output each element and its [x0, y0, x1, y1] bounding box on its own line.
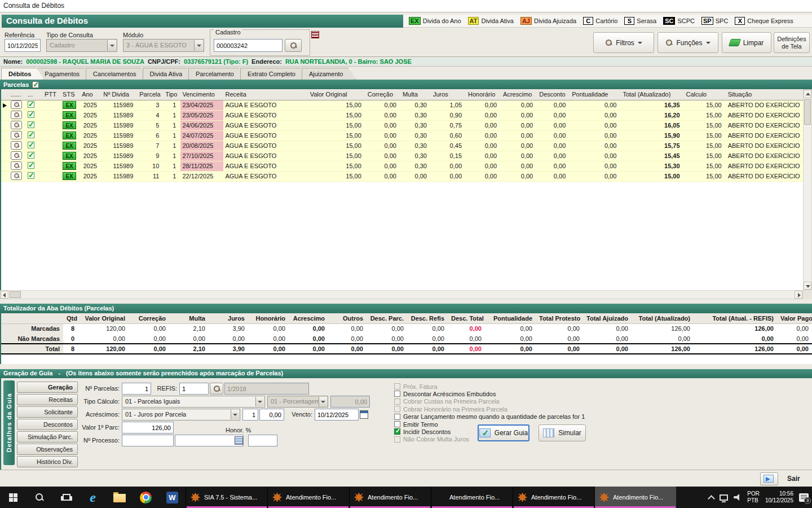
acrescimos-qtd-input[interactable] [242, 409, 258, 421]
row-checkbox[interactable] [28, 111, 34, 118]
guia-side-button[interactable]: Receitas [17, 394, 78, 405]
guia-checkbox-row[interactable]: Gerar Lançamento mesmo quando a quantida… [394, 413, 585, 421]
col-parcela[interactable]: Parcela [138, 89, 164, 100]
tab[interactable]: Extrato Completo [240, 68, 308, 80]
guia-checkbox-row[interactable]: Próx. Fatura [394, 383, 438, 390]
simular-button[interactable]: Simular [539, 424, 586, 441]
processo-input[interactable] [122, 435, 174, 446]
scroll-up-icon[interactable] [804, 90, 811, 98]
word-button[interactable]: W [159, 487, 186, 508]
acrescimos-select[interactable]: 01 - Juros por Parcela [122, 409, 240, 421]
scroll-left-icon[interactable] [1, 291, 8, 299]
row-search-button[interactable] [11, 100, 22, 109]
taskbar-app-button[interactable]: Atendimento Fio... [431, 487, 513, 508]
col-calculo[interactable]: Calculo [685, 89, 726, 100]
vencto-input[interactable] [315, 409, 359, 421]
col-divida[interactable]: Nº Divida [102, 89, 138, 100]
row-search-button[interactable] [11, 161, 22, 170]
guia-side-button[interactable]: Histórico Div. [17, 456, 78, 467]
tab[interactable]: Pagamentos [37, 68, 92, 80]
sair-label[interactable]: Sair [787, 475, 800, 483]
cadastro-search-button[interactable] [285, 39, 302, 52]
row-checkbox[interactable] [28, 152, 34, 159]
gerar-guia-button[interactable]: Gerar Guia [478, 424, 529, 441]
taskbar-search-button[interactable] [27, 487, 53, 508]
refis-search-button[interactable] [210, 383, 223, 395]
speaker-icon[interactable] [734, 494, 742, 501]
scroll-down-icon[interactable] [804, 282, 811, 290]
checkbox-icon[interactable] [394, 398, 400, 405]
checkbox-icon[interactable] [394, 421, 400, 427]
honor-input[interactable] [248, 435, 277, 446]
table-row[interactable]: EX 2025 115989 11 1 22/12/2025 AGUA E ES… [1, 171, 803, 181]
table-row[interactable]: EX 2025 115989 7 1 20/08/2025 AGUA E ESG… [1, 141, 803, 151]
tab[interactable]: Divida Ativa [143, 68, 195, 80]
tab[interactable]: Cancelamentos [86, 68, 149, 80]
chrome-button[interactable] [133, 487, 159, 508]
definicoes-tela-button[interactable]: Definições de Tela [774, 32, 810, 53]
cadastro-input[interactable] [214, 39, 283, 52]
guia-side-button[interactable]: Observações [17, 444, 78, 455]
col-sts[interactable]: STS [61, 89, 80, 100]
col-desconto[interactable]: Desconto [537, 89, 570, 100]
vertical-scrollbar[interactable] [803, 89, 812, 290]
row-search-button[interactable] [11, 141, 22, 150]
taskbar-app-button[interactable]: Atendimento Fio... [513, 487, 594, 508]
notification-center-icon[interactable]: 3 [799, 493, 809, 502]
tipo-calculo-select[interactable]: 01 - Parcelas Iguais [122, 396, 265, 408]
filtros-button[interactable]: Filtros [593, 32, 654, 53]
col-dots2[interactable]: ... [26, 89, 43, 100]
taskbar-app-button[interactable]: Atendimento Fio... [267, 487, 349, 508]
checkbox-icon[interactable] [394, 428, 400, 435]
internet-explorer-button[interactable]: e [80, 487, 106, 508]
task-view-button[interactable] [53, 487, 80, 508]
guia-checkbox-row[interactable]: Descontar Acréscimos Embutidos [394, 390, 496, 397]
parcelas-checkbox[interactable] [32, 81, 39, 88]
table-row[interactable]: EX 2025 115989 3 1 23/04/2025 AGUA E ESG… [1, 100, 803, 110]
row-search-button[interactable] [11, 131, 22, 139]
guia-side-button[interactable]: Descontos [17, 419, 78, 430]
row-checkbox[interactable] [28, 142, 34, 148]
guia-checkbox-row[interactable]: Cobrar Honorário na Primeira Parcela [394, 405, 508, 413]
guia-checkbox-row[interactable]: Emitir Termo [394, 421, 438, 428]
table-row[interactable]: EX 2025 115989 10 1 28/11/2025 AGUA E ES… [1, 161, 803, 171]
start-button[interactable] [0, 487, 27, 508]
scroll-right-icon[interactable] [795, 291, 802, 299]
calendar-icon[interactable] [360, 410, 368, 419]
row-search-button[interactable] [11, 151, 22, 160]
row-checkbox[interactable] [28, 172, 34, 179]
col-vencimento[interactable]: Vencimento [180, 89, 223, 100]
col-honorario[interactable]: Honorário [466, 89, 501, 100]
row-checkbox[interactable] [28, 121, 34, 128]
tipo-consulta-select[interactable]: Cadastro [46, 39, 117, 52]
processo-detail-input[interactable] [175, 435, 244, 446]
row-search-button[interactable] [11, 172, 22, 180]
checkbox-icon[interactable] [394, 436, 400, 443]
calculator-icon[interactable] [235, 436, 243, 445]
tab[interactable]: Parcelamento [188, 68, 247, 80]
col-acrescimo[interactable]: Acrescimo [501, 89, 537, 100]
referencia-input[interactable] [5, 39, 41, 52]
col-total[interactable]: Total (Atualizado) [621, 89, 684, 100]
col-pontualidade[interactable]: Pontualidade [570, 89, 621, 100]
guia-side-button[interactable]: Geração [17, 382, 78, 393]
guia-checkbox-row[interactable]: Cobrar Custas na Primeira Parcela [394, 398, 500, 405]
taskbar-app-button[interactable]: Atendimento Fio... [594, 487, 676, 508]
list-icon[interactable] [311, 31, 319, 38]
table-row[interactable]: EX 2025 115989 9 1 27/10/2025 AGUA E ESG… [1, 151, 803, 161]
acrescimos-valor-input[interactable] [259, 409, 284, 421]
col-receita[interactable]: Receita [223, 89, 308, 100]
detalhes-guia-tab[interactable]: Detalhes da Guia [3, 380, 15, 465]
col-dots[interactable]: ...... [9, 89, 26, 100]
sair-button[interactable] [760, 472, 778, 485]
guia-checkbox-row[interactable]: Não Cobrar Multa Juros [394, 436, 469, 443]
checkbox-icon[interactable] [394, 406, 400, 412]
checkbox-icon[interactable] [394, 414, 400, 420]
funcoes-button[interactable]: Funções [657, 32, 718, 53]
guia-side-button[interactable]: Simulação Parc. [17, 431, 78, 443]
horizontal-scrollbar[interactable] [0, 290, 803, 299]
row-search-button[interactable] [11, 121, 22, 129]
checkbox-icon[interactable] [394, 383, 400, 389]
tab[interactable]: Ajuizamento [302, 68, 356, 80]
row-checkbox[interactable] [28, 132, 34, 138]
